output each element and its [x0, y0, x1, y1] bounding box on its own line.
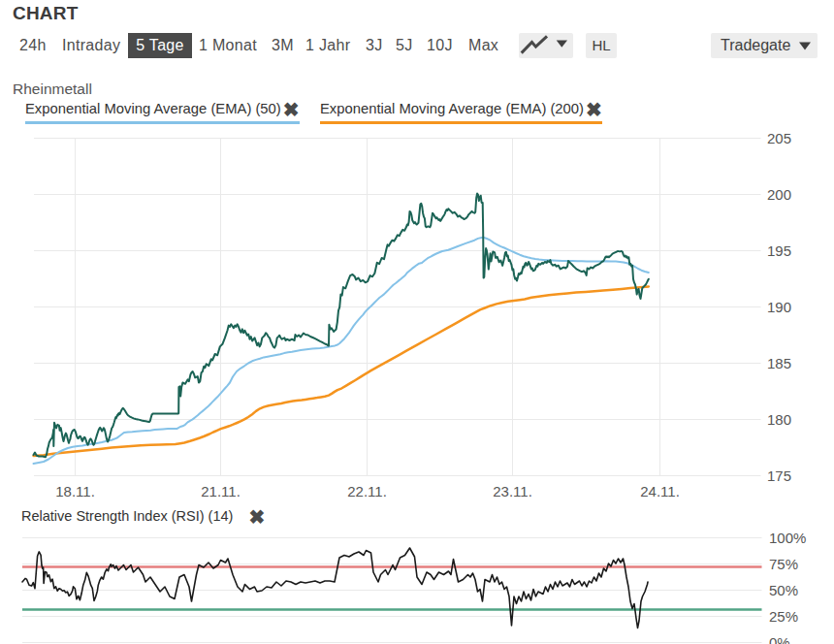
- svg-text:21.11.: 21.11.: [201, 483, 241, 499]
- svg-text:50%: 50%: [769, 582, 798, 598]
- svg-text:24.11.: 24.11.: [640, 483, 680, 499]
- svg-text:205: 205: [767, 130, 791, 146]
- svg-text:0%: 0%: [769, 634, 790, 644]
- svg-text:22.11.: 22.11.: [347, 483, 387, 499]
- svg-text:200: 200: [767, 186, 791, 203]
- svg-text:75%: 75%: [769, 556, 798, 572]
- svg-text:100%: 100%: [769, 530, 806, 546]
- svg-text:175: 175: [767, 467, 791, 484]
- svg-text:180: 180: [767, 411, 791, 428]
- svg-text:25%: 25%: [769, 608, 798, 625]
- svg-text:23.11.: 23.11.: [493, 483, 532, 499]
- svg-text:18.11.: 18.11.: [55, 483, 95, 499]
- svg-text:195: 195: [767, 242, 791, 259]
- svg-text:185: 185: [767, 355, 791, 371]
- svg-text:190: 190: [767, 299, 791, 315]
